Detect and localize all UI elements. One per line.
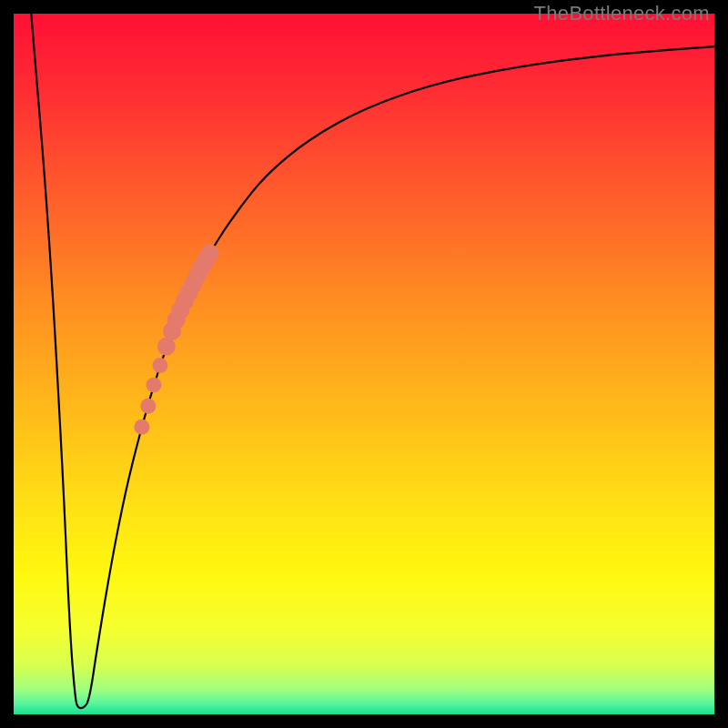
data-marker bbox=[201, 244, 219, 262]
bottleneck-curve bbox=[14, 14, 714, 714]
watermark-text: TheBottleneck.com bbox=[534, 2, 710, 25]
chart-root: TheBottleneck.com bbox=[0, 0, 728, 728]
plot-area bbox=[14, 14, 714, 714]
data-marker bbox=[134, 420, 149, 435]
data-marker bbox=[147, 378, 162, 393]
data-marker bbox=[152, 358, 167, 373]
data-marker bbox=[140, 399, 156, 414]
